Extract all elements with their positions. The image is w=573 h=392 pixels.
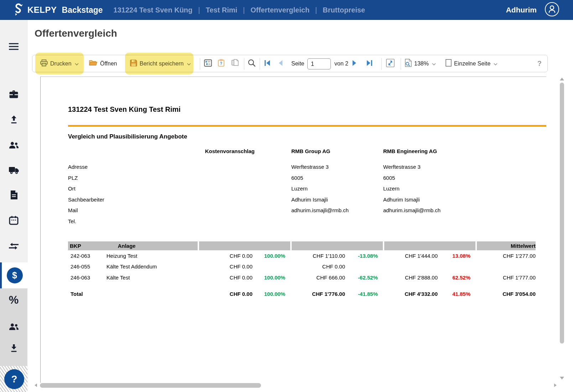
breadcrumb-separator: | [198,6,200,14]
next-page-button[interactable] [352,55,357,72]
table-header-band: BKP Anlage Mittelwert [68,241,536,250]
sidebar-item-contacts[interactable] [0,134,27,156]
fullscreen-icon [386,59,395,69]
total-kv-amount: CHF 0.00 [199,291,252,297]
report-toolbar: Drucken Öffnen Bericht speichern [32,55,548,72]
breadcrumb-bruttopreise[interactable]: Bruttopreise [323,6,365,14]
vertical-scroll-up-arrow[interactable] [560,78,564,80]
save-report-button[interactable]: Bericht speichern [130,55,191,72]
info-value-engineering: 6005 [383,175,395,181]
user-avatar[interactable] [545,2,559,18]
last-page-button[interactable] [366,55,373,72]
previous-page-button[interactable] [278,55,283,72]
sidebar-item-percent[interactable]: % [0,289,27,312]
breadcrumb-separator: | [243,6,245,14]
horizontal-scrollbar-thumb[interactable] [40,383,261,388]
horizontal-scroll-right-arrow[interactable] [554,383,557,387]
header-segment-mittelwert: Mittelwert [477,241,536,250]
sidebar-item-calendar[interactable] [0,209,27,232]
single-page-icon [446,59,452,68]
breadcrumb-subproject[interactable]: Test Rimi [206,6,238,14]
first-page-icon [264,60,270,68]
calendar-icon [9,216,19,225]
briefcase-icon [9,90,19,99]
info-label: Ort [68,185,75,192]
cell-kv-percent: 100.00% [252,275,292,281]
percent-icon: % [9,294,19,307]
print-button[interactable]: Drucken [40,55,79,72]
info-value-engineering: adhurim.ismajli@rmb.ch [383,207,441,213]
sidebar-item-logistics[interactable] [0,159,27,182]
cell-group-percent: -62.52% [345,275,384,281]
save-floppy-icon [130,59,137,68]
sidebar-item-projects[interactable] [0,83,27,106]
table-total-row: Total CHF 0.00 100.00% CHF 1'776.00 -41.… [68,289,536,300]
sidebar-item-documents[interactable] [0,183,27,206]
breadcrumb: 131224 Test Sven Küng | Test Rimi | Offe… [114,6,365,14]
search-button[interactable] [248,55,256,72]
vendor-info-block: Adresse Werftestrasse 3 Werftestrasse 3 … [68,162,536,227]
mittelwert-header: Mittelwert [511,243,536,249]
total-mittelwert: CHF 3'054.00 [477,291,536,297]
breadcrumb-offertenvergleich[interactable]: Offertenvergleich [251,6,310,14]
info-label: Tel. [68,218,76,224]
cell-engineering-amount: CHF 2'888.00 [384,275,438,281]
cell-engineering-amount: CHF 1'444.00 [384,253,438,259]
sidebar-item-download[interactable] [0,337,27,360]
toolbar-separator [260,58,260,70]
col-header-rmb-engineering: RMB Engineering AG [383,148,437,154]
fullscreen-button[interactable] [386,55,395,72]
parameters-button[interactable]: ? [218,55,224,72]
vertical-scrollbar-thumb[interactable] [560,83,564,344]
page-number-input[interactable] [307,58,331,69]
first-page-button[interactable] [264,55,270,72]
header-segment-engineering [384,241,475,250]
total-group-amount: CHF 1'776.00 [292,291,345,297]
zoom-value: 138% [414,61,429,67]
users-icon-2 [9,322,19,331]
sidebar-item-partners[interactable] [0,315,27,338]
page-zoom-icon [405,59,412,68]
bkp-header: BKP [68,243,81,249]
cell-anlage: Kälte Test Addendum [106,263,199,270]
info-value-engineering: Werftestrasse 3 [383,164,421,170]
cell-group-amount: CHF 0.00 [292,263,345,270]
info-label: Mail [68,207,78,213]
brand-name: KELPY [27,5,57,15]
total-kv-percent: 100.00% [252,291,292,297]
vertical-scroll-down-arrow[interactable] [560,377,564,380]
open-button[interactable]: Öffnen [89,55,117,72]
header-segment-group [292,241,383,250]
view-mode-control[interactable]: Einzelne Seite [446,55,498,72]
download-icon [9,344,19,353]
col-header-kostenvoranschlag: Kostenvoranschlag [68,148,255,154]
document-map-button[interactable] [204,55,212,72]
header-segment-bkp-anlage: BKP Anlage [68,241,198,250]
sidebar-item-offers-active[interactable]: $ [0,262,27,288]
chevron-down-icon [75,61,79,67]
info-value-group: adhurim.ismajli@rmb.ch [291,207,349,213]
zoom-control[interactable]: 138% [405,55,436,72]
copy-pages-button[interactable] [231,55,239,72]
sidebar-item-transfer[interactable] [0,235,27,258]
printer-icon [40,59,48,68]
report-page: 131224 Test Sven Küng Test Rimi Vergleic… [40,77,546,383]
cell-bkp: 246-055 [68,263,106,270]
info-row-adresse: Adresse Werftestrasse 3 Werftestrasse 3 [68,162,536,173]
vendor-column-headers: Kostenvoranschlag RMB Group AG RMB Engin… [68,148,536,155]
copy-pages-icon [231,59,239,68]
help-button[interactable]: ? [4,369,24,389]
info-value-engineering: Adhurim Ismajli [383,197,420,203]
last-page-icon [366,60,373,68]
total-engineering-percent: 41.85% [438,291,477,297]
table-row: 242-063 Heizung Test CHF 0.00 100.00% CH… [68,250,536,261]
horizontal-scroll-left-arrow[interactable] [35,383,37,387]
info-label: Adresse [68,164,88,170]
toolbar-help-button[interactable]: ? [537,55,542,72]
menu-toggle-button[interactable] [0,35,27,58]
chevron-down-icon [494,61,498,67]
info-label: PLZ [68,175,78,181]
chevron-down-icon [187,61,191,67]
breadcrumb-project[interactable]: 131224 Test Sven Küng [114,6,193,14]
sidebar-item-upload[interactable] [0,108,27,131]
